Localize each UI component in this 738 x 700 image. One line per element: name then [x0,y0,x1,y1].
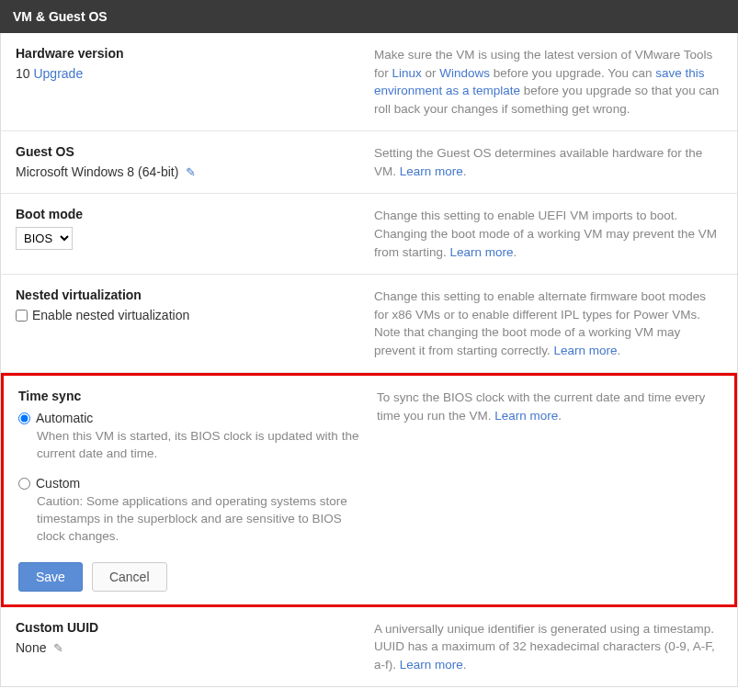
section-time-sync: Time sync Automatic When this VM is star… [1,373,737,606]
radio-option-custom: Custom Caution: Some applications and op… [18,476,377,546]
section-left: Time sync Automatic When this VM is star… [18,389,377,591]
automatic-radio[interactable] [18,412,30,424]
panel-header: VM & Guest OS [0,0,738,33]
learn-more-link[interactable]: Learn more [400,658,463,672]
nested-title: Nested virtualization [16,288,374,302]
section-hardware-version: Hardware version 10 Upgrade Make sure th… [1,33,737,131]
save-button[interactable]: Save [18,562,83,592]
guest-os-value-row: Microsoft Windows 8 (64-bit) ✎ [16,164,374,179]
uuid-value: None [16,640,46,655]
section-left: Nested virtualization Enable nested virt… [16,288,374,359]
custom-desc: Caution: Some applications and operating… [37,493,368,546]
desc-text: or [422,66,440,80]
section-boot-mode: Boot mode BIOS Change this setting to en… [1,194,737,275]
upgrade-link[interactable]: Upgrade [33,66,83,81]
nested-checkbox-label: Enable nested virtualization [32,308,189,322]
nested-checkbox-row: Enable nested virtualization [16,308,374,322]
desc-text: Change this setting to enable alternate … [374,289,706,357]
desc-text: . [463,164,467,178]
time-sync-title: Time sync [18,389,377,403]
automatic-label: Automatic [36,411,93,425]
guest-os-title: Guest OS [16,144,374,159]
hardware-version-title: Hardware version [16,46,374,61]
radio-row: Automatic [18,411,377,425]
hardware-version-value: 10 Upgrade [16,66,374,81]
hardware-version-desc: Make sure the VM is using the latest ver… [374,46,722,118]
linux-link[interactable]: Linux [392,66,422,80]
hardware-version-number: 10 [16,66,30,81]
time-sync-radio-group: Automatic When this VM is started, its B… [18,411,377,545]
desc-text: . [558,409,562,423]
uuid-desc: A universally unique identifier is gener… [374,620,722,674]
windows-link[interactable]: Windows [439,66,490,80]
boot-mode-title: Boot mode [16,207,374,221]
desc-text: . [618,344,621,357]
nested-desc: Change this setting to enable alternate … [374,288,722,359]
cancel-button[interactable]: Cancel [92,562,167,592]
uuid-title: Custom UUID [16,620,374,635]
section-left: Guest OS Microsoft Windows 8 (64-bit) ✎ [16,144,374,180]
radio-option-automatic: Automatic When this VM is started, its B… [18,411,377,463]
uuid-value-row: None ✎ [16,640,374,655]
section-left: Boot mode BIOS [16,207,374,261]
desc-text: . [514,245,517,259]
desc-text: Change this setting to enable UEFI VM im… [374,209,717,258]
learn-more-link[interactable]: Learn more [494,409,558,423]
custom-radio[interactable] [18,478,30,490]
learn-more-link[interactable]: Learn more [554,344,618,357]
learn-more-link[interactable]: Learn more [450,245,514,259]
button-row: Save Cancel [18,562,377,592]
desc-text: . [463,658,467,672]
section-left: Custom UUID None ✎ [16,620,374,674]
boot-mode-value: BIOS [16,227,374,250]
section-guest-os: Guest OS Microsoft Windows 8 (64-bit) ✎ … [1,131,737,194]
radio-row: Custom [18,476,377,491]
pencil-icon[interactable]: ✎ [186,165,196,179]
desc-text: before you upgrade. You can [490,66,655,80]
section-left: Hardware version 10 Upgrade [16,46,374,118]
nested-checkbox[interactable] [16,310,28,322]
guest-os-value: Microsoft Windows 8 (64-bit) [16,164,178,179]
pencil-icon[interactable]: ✎ [53,641,63,655]
section-custom-uuid: Custom UUID None ✎ A universally unique … [1,607,737,687]
automatic-desc: When this VM is started, its BIOS clock … [37,428,368,463]
time-sync-desc: To sync the BIOS clock with the current … [377,389,720,591]
custom-label: Custom [36,476,80,491]
boot-mode-desc: Change this setting to enable UEFI VM im… [374,207,722,261]
learn-more-link[interactable]: Learn more [400,164,463,178]
section-nested-virtualization: Nested virtualization Enable nested virt… [1,275,737,373]
panel-title: VM & Guest OS [13,9,108,24]
boot-mode-select[interactable]: BIOS [16,227,73,250]
guest-os-desc: Setting the Guest OS determines availabl… [374,144,722,180]
panel-content: Hardware version 10 Upgrade Make sure th… [0,33,738,687]
